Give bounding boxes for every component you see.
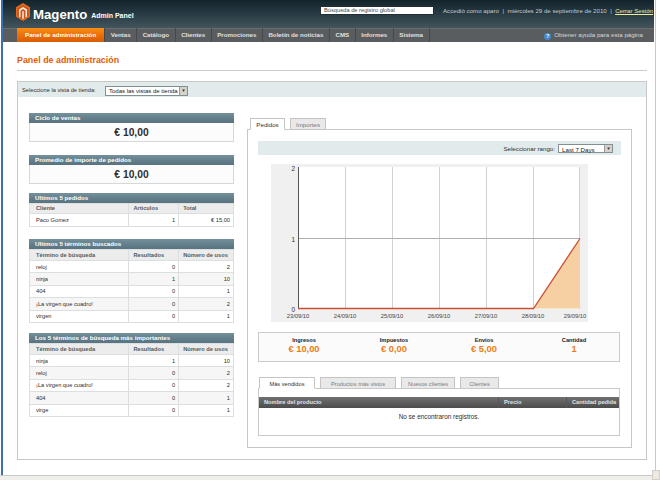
svg-text:0: 0 (291, 306, 295, 313)
svg-text:23/09/10: 23/09/10 (287, 313, 310, 319)
svg-text:2: 2 (291, 165, 295, 172)
svg-text:1: 1 (291, 236, 295, 243)
svg-text:29/09/10: 29/09/10 (564, 313, 587, 319)
svg-text:24/09/10: 24/09/10 (334, 313, 357, 319)
svg-text:26/09/10: 26/09/10 (428, 313, 451, 319)
svg-text:25/09/10: 25/09/10 (381, 313, 404, 319)
svg-text:27/09/10: 27/09/10 (475, 313, 498, 319)
svg-text:28/09/10: 28/09/10 (522, 313, 545, 319)
